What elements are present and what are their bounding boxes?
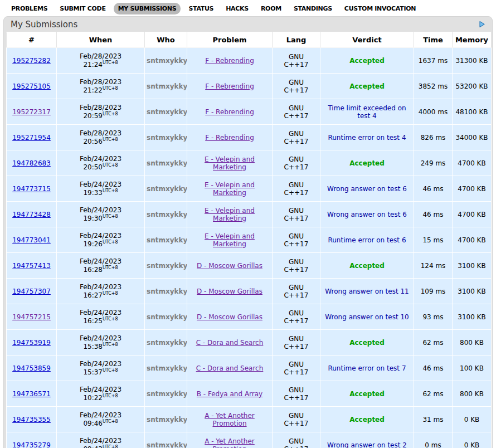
memory-cell: 3100 KB (453, 279, 492, 304)
when-cell: Feb/28/2023 20:56UTC+8 (57, 125, 145, 150)
time-cell: 46 ms (414, 176, 453, 202)
when-cell: Feb/24/2023 19:33UTC+8 (57, 176, 145, 202)
verdict-cell: Runtime error on test 6 (320, 227, 414, 253)
submission-id-link[interactable]: 194757215 (12, 313, 51, 321)
problem-link[interactable]: C - Dora and Search (196, 364, 264, 372)
verdict-label: Accepted (349, 262, 385, 270)
problem-link[interactable]: E - Velepin and Marketing (205, 232, 255, 248)
problem-link[interactable]: D - Moscow Gorillas (197, 313, 262, 321)
memory-label: 0 KB (464, 441, 480, 448)
problem-link[interactable]: E - Velepin and Marketing (205, 155, 255, 171)
problem-cell: F - Rebrending (187, 125, 273, 150)
submission-id-link[interactable]: 195272317 (12, 108, 51, 116)
submitter-handle: sntmxykky (147, 236, 187, 244)
submitter-handle: sntmxykky (147, 57, 187, 65)
submission-date: Feb/28/2023 (59, 104, 143, 111)
col-header-memory: Memory (453, 32, 492, 48)
problem-link[interactable]: B - Fedya and Array (197, 390, 262, 398)
lang-cell: GNU C++17 (273, 202, 320, 227)
table-row: 194757413 Feb/24/2023 16:28UTC+8 sntmxyk… (7, 253, 492, 279)
submission-time: 16:25UTC+8 (59, 316, 143, 325)
memory-label: 800 KB (460, 390, 484, 398)
submission-id-link[interactable]: 194757307 (12, 288, 51, 295)
submission-id-link[interactable]: 194735355 (12, 416, 51, 423)
nav-item-room[interactable]: ROOM (256, 3, 286, 14)
submission-id-link[interactable]: 195271954 (12, 134, 51, 142)
submission-id-link[interactable]: 194782683 (12, 159, 51, 167)
nav-item-my-submissions[interactable]: MY SUBMISSIONS (114, 3, 181, 14)
exec-time-label: 826 ms (421, 134, 446, 142)
problem-cell: E - Velepin and Marketing (187, 176, 273, 202)
nav-item-status[interactable]: STATUS (184, 3, 218, 14)
submission-id-link[interactable]: 194753859 (12, 364, 51, 372)
verdict-cell: Accepted (320, 150, 414, 176)
lang-cell: GNU C++17 (273, 356, 320, 381)
table-row: 195275105 Feb/28/2023 21:22UTC+8 sntmxyk… (7, 74, 492, 99)
language-label: GNU C++17 (283, 232, 310, 248)
problem-link[interactable]: E - Velepin and Marketing (205, 181, 255, 197)
submission-time: 09:43UTC+8 (59, 445, 143, 448)
problem-link[interactable]: D - Moscow Gorillas (197, 262, 262, 270)
problem-link[interactable]: D - Moscow Gorillas (197, 288, 262, 295)
when-cell: Feb/24/2023 10:22UTC+8 (57, 381, 145, 407)
language-label: GNU C++17 (283, 155, 310, 171)
problem-link[interactable]: F - Rebrending (205, 57, 254, 65)
problem-cell: A - Yet Another Promotion (187, 432, 273, 448)
verdict-label: Accepted (349, 57, 385, 65)
submission-id-link[interactable]: 195275105 (12, 82, 51, 90)
submission-id-cell: 194735279 (7, 432, 57, 448)
problem-link[interactable]: A - Yet Another Promotion (205, 437, 255, 448)
submission-id-link[interactable]: 194757413 (12, 262, 51, 270)
lang-cell: GNU C++17 (273, 74, 320, 99)
who-cell: sntmxykky (145, 150, 187, 176)
submission-date: Feb/24/2023 (59, 309, 143, 316)
submission-time: 15:38UTC+8 (59, 342, 143, 350)
problem-link[interactable]: F - Rebrending (205, 82, 254, 90)
problem-cell: D - Moscow Gorillas (187, 253, 273, 279)
problem-link[interactable]: A - Yet Another Promotion (205, 412, 255, 427)
submission-id-link[interactable]: 195275282 (12, 57, 51, 65)
problem-cell: D - Moscow Gorillas (187, 279, 273, 304)
submission-id-cell: 194773715 (7, 176, 57, 202)
submission-id-link[interactable]: 194753919 (12, 339, 51, 347)
table-row: 194782683 Feb/24/2023 20:50UTC+8 sntmxyk… (7, 150, 492, 176)
problem-link[interactable]: F - Rebrending (205, 134, 254, 142)
nav-item-hacks[interactable]: HACKS (221, 3, 253, 14)
nav-item-submit-code[interactable]: SUBMIT CODE (55, 3, 110, 14)
submission-id-link[interactable]: 194736571 (12, 390, 51, 398)
submission-id-link[interactable]: 194773041 (12, 236, 51, 244)
table-row: 195275282 Feb/28/2023 21:24UTC+8 sntmxyk… (7, 48, 492, 74)
verdict-cell: Wrong answer on test 11 (320, 279, 414, 304)
verdict-label: Wrong answer on test 11 (325, 288, 409, 295)
memory-cell: 4700 KB (453, 176, 492, 202)
submissions-table: # When Who Problem Lang Verdict Time Mem… (6, 32, 492, 448)
nav-item-custom-invocation[interactable]: CUSTOM INVOCATION (340, 3, 420, 14)
who-cell: sntmxykky (145, 304, 187, 330)
verdict-cell: Wrong answer on test 10 (320, 304, 414, 330)
memory-label: 4700 KB (458, 236, 485, 244)
exec-time-label: 0 ms (425, 441, 441, 448)
time-cell: 15 ms (414, 227, 453, 253)
verdict-label: Wrong answer on test 6 (327, 211, 407, 218)
submission-time: 20:59UTC+8 (59, 111, 143, 120)
col-header-when: When (57, 32, 145, 48)
submission-id-link[interactable]: 194735279 (12, 441, 51, 448)
submission-id-link[interactable]: 194773428 (12, 211, 51, 218)
nav-item-standings[interactable]: STANDINGS (289, 3, 337, 14)
submission-time: 16:28UTC+8 (59, 265, 143, 274)
memory-cell: 3100 KB (453, 304, 492, 330)
time-cell: 0 ms (414, 432, 453, 448)
verdict-cell: Accepted (320, 48, 414, 74)
submission-time: 20:50UTC+8 (59, 163, 143, 171)
exec-time-label: 3852 ms (419, 82, 448, 90)
problem-link[interactable]: F - Rebrending (205, 108, 254, 116)
submission-id-cell: 194757215 (7, 304, 57, 330)
submission-id-link[interactable]: 194773715 (12, 185, 51, 193)
nav-item-problems[interactable]: PROBLEMS (7, 3, 52, 14)
problem-link[interactable]: C - Dora and Search (196, 339, 264, 347)
right-arrow-icon[interactable] (478, 21, 485, 28)
verdict-label: Runtime error on test 6 (328, 236, 406, 244)
problem-link[interactable]: E - Velepin and Marketing (205, 207, 255, 222)
memory-label: 3100 KB (458, 313, 485, 321)
memory-label: 3100 KB (458, 288, 485, 295)
